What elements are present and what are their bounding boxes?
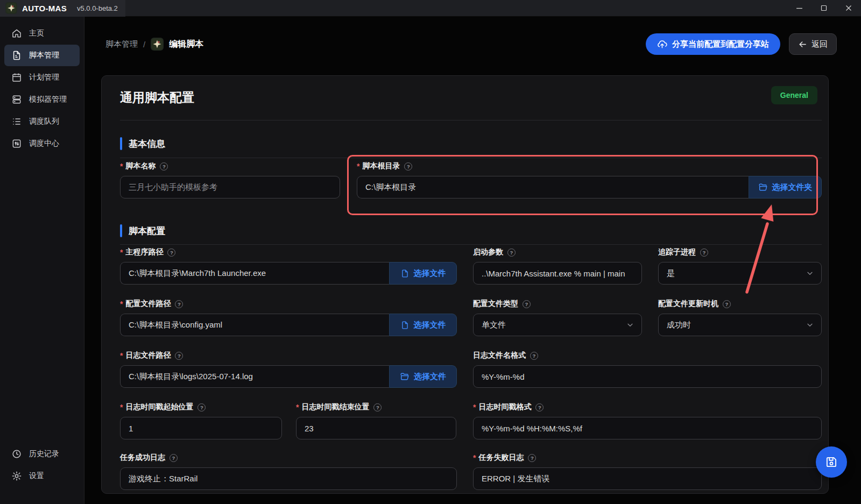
breadcrumb-parent[interactable]: 脚本管理 [105, 39, 138, 49]
close-button[interactable] [836, 0, 861, 17]
select-file-button[interactable]: 选择文件 [389, 365, 457, 388]
task-success-log-input[interactable] [120, 467, 457, 490]
help-icon[interactable]: ? [160, 162, 168, 171]
config-path-input[interactable] [120, 314, 389, 336]
form-row: 任务成功日志 ? * 任务失败日志 ? [120, 452, 822, 490]
launch-args-input[interactable] [473, 262, 642, 285]
back-label: 返回 [811, 39, 828, 49]
sidebar-item-settings[interactable]: 设置 [4, 465, 80, 487]
script-name-input[interactable] [120, 176, 340, 198]
field-config-file-type: 配置文件类型 ? 单文件 [473, 299, 642, 336]
log-filename-format-input[interactable] [473, 365, 822, 388]
divider [120, 244, 822, 245]
field-main-program-path: * 主程序路径 ? 选择文件 [120, 247, 457, 285]
field-script-name: * 脚本名称 ? [120, 161, 340, 198]
field-label: * 日志时间戳起始位置 ? [120, 402, 282, 413]
help-icon[interactable]: ? [167, 249, 175, 257]
help-icon[interactable]: ? [700, 249, 708, 257]
field-label: * 脚本名称 ? [120, 161, 340, 172]
emulator-icon [11, 94, 22, 105]
field-label: 启动参数 ? [473, 247, 642, 258]
required-marker: * [120, 403, 123, 411]
sidebar: 主页 脚本管理 计划管理 模拟器管理 调度队列 调度中心 历史记录 [0, 17, 84, 504]
folder-open-icon [400, 372, 410, 381]
settings-gear-icon [11, 471, 22, 481]
sidebar-item-label: 设置 [29, 471, 44, 481]
track-subprocess-select[interactable]: 是 [658, 262, 822, 285]
task-fail-log-input[interactable] [473, 467, 822, 490]
help-icon[interactable]: ? [373, 403, 382, 411]
sidebar-item-home[interactable]: 主页 [4, 23, 80, 44]
main-program-input[interactable] [120, 262, 389, 285]
sidebar-item-plan-management[interactable]: 计划管理 [4, 67, 80, 88]
breadcrumb-separator: / [143, 40, 145, 49]
select-file-button[interactable]: 选择文件 [389, 262, 457, 285]
log-ts-format-input[interactable] [473, 417, 822, 439]
field-label: * 配置文件路径 ? [120, 299, 457, 309]
help-icon[interactable]: ? [197, 403, 206, 411]
help-icon[interactable]: ? [530, 352, 538, 360]
config-update-select[interactable]: 成功时 [658, 314, 822, 336]
required-marker: * [473, 453, 476, 462]
app-name: AUTO-MAS [22, 4, 67, 13]
script-document-icon [11, 50, 22, 61]
sidebar-item-label: 历史记录 [29, 449, 59, 459]
arrow-left-icon [798, 40, 807, 49]
required-marker: * [357, 162, 359, 171]
sidebar-item-dispatch-center[interactable]: 调度中心 [4, 133, 80, 154]
log-ts-end-input[interactable] [296, 417, 456, 439]
form-row: * 日志文件路径 ? 选择文件 日志文件名格式 ? [120, 350, 822, 388]
select-folder-button[interactable]: 选择文件夹 [749, 176, 822, 198]
minimize-button[interactable] [787, 0, 811, 17]
sidebar-item-emulator-management[interactable]: 模拟器管理 [4, 89, 80, 110]
field-label: * 脚本根目录 ? [357, 161, 822, 172]
chevron-down-icon [806, 269, 814, 278]
field-label: * 日志时间戳格式 ? [473, 402, 822, 413]
field-script-root: * 脚本根目录 ? 选择文件夹 [357, 161, 822, 198]
sidebar-item-dispatch-queue[interactable]: 调度队列 [4, 111, 80, 132]
field-label: 配置文件类型 ? [473, 299, 642, 309]
form-row-basic: * 脚本名称 ? * 脚本根目录 ? 选择文件夹 [120, 161, 822, 198]
dispatch-sliders-icon [11, 138, 22, 149]
share-config-label: 分享当前配置到配置分享站 [672, 39, 769, 49]
share-config-button[interactable]: 分享当前配置到配置分享站 [646, 33, 780, 55]
help-icon[interactable]: ? [175, 352, 183, 360]
sidebar-item-history[interactable]: 历史记录 [4, 443, 80, 465]
form-row: * 配置文件路径 ? 选择文件 配置文件类型 ? 单文件 [120, 299, 822, 336]
divider [120, 158, 822, 158]
field-task-fail-log: * 任务失败日志 ? [473, 452, 822, 490]
log-path-input[interactable] [120, 365, 389, 388]
field-log-filename-format: 日志文件名格式 ? [473, 350, 822, 388]
required-marker: * [296, 403, 299, 411]
section-accent-bar [120, 137, 122, 150]
back-button[interactable]: 返回 [789, 33, 837, 55]
help-icon[interactable]: ? [507, 249, 516, 257]
help-icon[interactable]: ? [723, 300, 731, 308]
home-icon [11, 28, 22, 39]
divider [120, 120, 822, 120]
help-icon[interactable]: ? [404, 162, 412, 171]
sidebar-item-script-management[interactable]: 脚本管理 [4, 45, 80, 66]
save-fab-button[interactable] [816, 446, 847, 478]
field-config-update-timing: 配置文件更新时机 ? 成功时 [658, 299, 822, 336]
sidebar-spacer [4, 155, 80, 443]
help-icon[interactable]: ? [523, 300, 531, 308]
help-icon[interactable]: ? [170, 454, 178, 462]
config-type-select[interactable]: 单文件 [473, 314, 642, 336]
field-label: * 日志文件路径 ? [120, 350, 457, 361]
queue-list-icon [11, 116, 22, 127]
file-icon [400, 321, 410, 330]
script-logo-icon [151, 38, 164, 51]
script-root-input[interactable] [357, 176, 749, 198]
maximize-button[interactable] [811, 0, 836, 17]
help-icon[interactable]: ? [535, 403, 544, 411]
history-clock-icon [11, 449, 22, 459]
required-marker: * [120, 248, 123, 257]
log-ts-start-input[interactable] [120, 417, 282, 439]
help-icon[interactable]: ? [528, 454, 536, 462]
file-icon [400, 269, 410, 278]
save-floppy-icon [824, 455, 838, 469]
select-file-button[interactable]: 选择文件 [389, 314, 457, 336]
upload-cloud-icon [657, 39, 667, 49]
help-icon[interactable]: ? [175, 300, 183, 308]
